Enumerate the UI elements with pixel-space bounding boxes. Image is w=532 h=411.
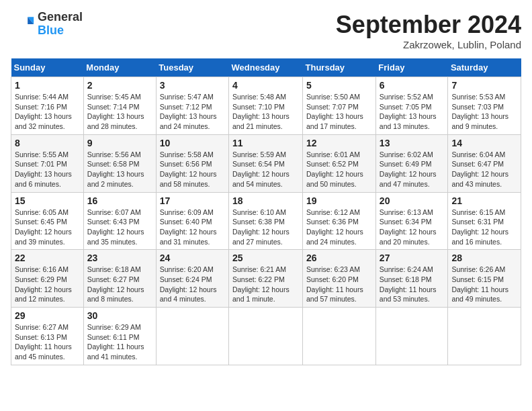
- calendar-day-cell: 25Sunrise: 6:21 AM Sunset: 6:22 PM Dayli…: [229, 250, 303, 308]
- day-number: 26: [306, 253, 372, 263]
- calendar-day-cell: 21Sunrise: 6:15 AM Sunset: 6:31 PM Dayli…: [448, 192, 521, 250]
- day-detail: Sunrise: 6:05 AM Sunset: 6:45 PM Dayligh…: [15, 208, 80, 247]
- day-detail: Sunrise: 6:27 AM Sunset: 6:13 PM Dayligh…: [15, 322, 80, 362]
- day-number: 22: [15, 253, 80, 263]
- day-detail: Sunrise: 5:50 AM Sunset: 7:07 PM Dayligh…: [306, 92, 372, 132]
- calendar-day-cell: 13Sunrise: 6:02 AM Sunset: 6:49 PM Dayli…: [375, 134, 448, 192]
- day-number: 27: [380, 253, 445, 263]
- day-number: 6: [380, 80, 445, 91]
- calendar-day-cell: 2Sunrise: 5:45 AM Sunset: 7:14 PM Daylig…: [83, 77, 156, 135]
- day-detail: Sunrise: 6:18 AM Sunset: 6:27 PM Dayligh…: [87, 265, 152, 304]
- day-number: 9: [87, 138, 152, 148]
- calendar-day-cell: [303, 308, 376, 365]
- day-number: 11: [232, 138, 299, 148]
- title-block: September 2024 Zakrzowek, Lublin, Poland: [336, 11, 521, 50]
- calendar-day-cell: 14Sunrise: 6:04 AM Sunset: 6:47 PM Dayli…: [448, 134, 521, 192]
- logo-line1: General: [38, 11, 83, 24]
- day-detail: Sunrise: 6:02 AM Sunset: 6:49 PM Dayligh…: [380, 150, 445, 189]
- calendar-week-row: 29Sunrise: 6:27 AM Sunset: 6:13 PM Dayli…: [11, 308, 521, 365]
- calendar-day-cell: 30Sunrise: 6:29 AM Sunset: 6:11 PM Dayli…: [83, 308, 156, 365]
- calendar-day-cell: 5Sunrise: 5:50 AM Sunset: 7:07 PM Daylig…: [303, 77, 376, 135]
- day-detail: Sunrise: 5:58 AM Sunset: 6:56 PM Dayligh…: [160, 150, 225, 189]
- calendar-day-cell: 7Sunrise: 5:53 AM Sunset: 7:03 PM Daylig…: [448, 77, 521, 135]
- calendar-day-cell: 1Sunrise: 5:44 AM Sunset: 7:16 PM Daylig…: [11, 77, 84, 135]
- day-detail: Sunrise: 5:56 AM Sunset: 6:58 PM Dayligh…: [87, 150, 152, 189]
- day-number: 15: [15, 195, 80, 206]
- calendar-day-cell: 15Sunrise: 6:05 AM Sunset: 6:45 PM Dayli…: [11, 192, 84, 250]
- day-detail: Sunrise: 6:15 AM Sunset: 6:31 PM Dayligh…: [451, 208, 517, 247]
- weekday-header-row: SundayMondayTuesdayWednesdayThursdayFrid…: [11, 58, 521, 77]
- calendar-day-cell: 8Sunrise: 5:55 AM Sunset: 7:01 PM Daylig…: [11, 134, 84, 192]
- day-detail: Sunrise: 5:52 AM Sunset: 7:05 PM Dayligh…: [380, 92, 445, 132]
- logo-text: General Blue: [38, 11, 83, 38]
- calendar-day-cell: [448, 308, 521, 365]
- day-number: 19: [306, 195, 372, 206]
- calendar-day-cell: [229, 308, 303, 365]
- day-number: 10: [160, 138, 225, 148]
- calendar-day-cell: 10Sunrise: 5:58 AM Sunset: 6:56 PM Dayli…: [156, 134, 228, 192]
- day-detail: Sunrise: 6:26 AM Sunset: 6:15 PM Dayligh…: [451, 265, 517, 304]
- page-header: General Blue September 2024 Zakrzowek, L…: [11, 11, 521, 50]
- weekday-header-saturday: Saturday: [448, 58, 521, 77]
- logo-icon: [11, 12, 35, 36]
- weekday-header-thursday: Thursday: [303, 58, 376, 77]
- calendar-day-cell: 17Sunrise: 6:09 AM Sunset: 6:40 PM Dayli…: [156, 192, 228, 250]
- day-number: 2: [87, 80, 152, 91]
- calendar-title: September 2024: [336, 11, 521, 39]
- calendar-day-cell: 22Sunrise: 6:16 AM Sunset: 6:29 PM Dayli…: [11, 250, 84, 308]
- calendar-subtitle: Zakrzowek, Lublin, Poland: [336, 39, 521, 50]
- day-number: 4: [232, 80, 299, 91]
- day-number: 24: [160, 253, 225, 263]
- calendar-day-cell: 26Sunrise: 6:23 AM Sunset: 6:20 PM Dayli…: [303, 250, 376, 308]
- day-detail: Sunrise: 5:53 AM Sunset: 7:03 PM Dayligh…: [451, 92, 517, 132]
- day-number: 25: [232, 253, 299, 263]
- calendar-day-cell: 28Sunrise: 6:26 AM Sunset: 6:15 PM Dayli…: [448, 250, 521, 308]
- calendar-day-cell: 18Sunrise: 6:10 AM Sunset: 6:38 PM Dayli…: [229, 192, 303, 250]
- day-number: 12: [306, 138, 372, 148]
- day-number: 8: [15, 138, 80, 148]
- calendar-day-cell: 23Sunrise: 6:18 AM Sunset: 6:27 PM Dayli…: [83, 250, 156, 308]
- calendar-day-cell: [156, 308, 228, 365]
- day-detail: Sunrise: 5:55 AM Sunset: 7:01 PM Dayligh…: [15, 150, 80, 189]
- day-detail: Sunrise: 5:47 AM Sunset: 7:12 PM Dayligh…: [160, 92, 225, 132]
- day-detail: Sunrise: 5:59 AM Sunset: 6:54 PM Dayligh…: [232, 150, 299, 189]
- day-number: 16: [87, 195, 152, 206]
- day-detail: Sunrise: 5:44 AM Sunset: 7:16 PM Dayligh…: [15, 92, 80, 132]
- weekday-header-tuesday: Tuesday: [156, 58, 228, 77]
- day-detail: Sunrise: 5:45 AM Sunset: 7:14 PM Dayligh…: [87, 92, 152, 132]
- weekday-header-sunday: Sunday: [11, 58, 84, 77]
- day-detail: Sunrise: 6:13 AM Sunset: 6:34 PM Dayligh…: [380, 208, 445, 247]
- day-number: 17: [160, 195, 225, 206]
- day-detail: Sunrise: 6:20 AM Sunset: 6:24 PM Dayligh…: [160, 265, 225, 304]
- day-detail: Sunrise: 6:12 AM Sunset: 6:36 PM Dayligh…: [306, 208, 372, 247]
- day-detail: Sunrise: 6:24 AM Sunset: 6:18 PM Dayligh…: [380, 265, 445, 304]
- logo-line2: Blue: [38, 24, 83, 38]
- day-detail: Sunrise: 6:10 AM Sunset: 6:38 PM Dayligh…: [232, 208, 299, 247]
- calendar-day-cell: 24Sunrise: 6:20 AM Sunset: 6:24 PM Dayli…: [156, 250, 228, 308]
- weekday-header-monday: Monday: [83, 58, 156, 77]
- day-detail: Sunrise: 6:16 AM Sunset: 6:29 PM Dayligh…: [15, 265, 80, 304]
- day-number: 18: [232, 195, 299, 206]
- calendar-day-cell: 16Sunrise: 6:07 AM Sunset: 6:43 PM Dayli…: [83, 192, 156, 250]
- calendar-day-cell: 20Sunrise: 6:13 AM Sunset: 6:34 PM Dayli…: [375, 192, 448, 250]
- day-detail: Sunrise: 6:09 AM Sunset: 6:40 PM Dayligh…: [160, 208, 225, 247]
- calendar-day-cell: [375, 308, 448, 365]
- calendar-day-cell: 4Sunrise: 5:48 AM Sunset: 7:10 PM Daylig…: [229, 77, 303, 135]
- day-detail: Sunrise: 6:01 AM Sunset: 6:52 PM Dayligh…: [306, 150, 372, 189]
- calendar-day-cell: 27Sunrise: 6:24 AM Sunset: 6:18 PM Dayli…: [375, 250, 448, 308]
- day-detail: Sunrise: 5:48 AM Sunset: 7:10 PM Dayligh…: [232, 92, 299, 132]
- day-detail: Sunrise: 6:07 AM Sunset: 6:43 PM Dayligh…: [87, 208, 152, 247]
- calendar-day-cell: 29Sunrise: 6:27 AM Sunset: 6:13 PM Dayli…: [11, 308, 84, 365]
- weekday-header-wednesday: Wednesday: [229, 58, 303, 77]
- calendar-day-cell: 9Sunrise: 5:56 AM Sunset: 6:58 PM Daylig…: [83, 134, 156, 192]
- day-detail: Sunrise: 6:23 AM Sunset: 6:20 PM Dayligh…: [306, 265, 372, 304]
- day-number: 21: [451, 195, 517, 206]
- day-number: 29: [15, 310, 80, 321]
- calendar-week-row: 22Sunrise: 6:16 AM Sunset: 6:29 PM Dayli…: [11, 250, 521, 308]
- day-number: 20: [380, 195, 445, 206]
- calendar-day-cell: 11Sunrise: 5:59 AM Sunset: 6:54 PM Dayli…: [229, 134, 303, 192]
- logo: General Blue: [11, 11, 83, 38]
- day-detail: Sunrise: 6:04 AM Sunset: 6:47 PM Dayligh…: [451, 150, 517, 189]
- day-number: 7: [451, 80, 517, 91]
- day-number: 1: [15, 80, 80, 91]
